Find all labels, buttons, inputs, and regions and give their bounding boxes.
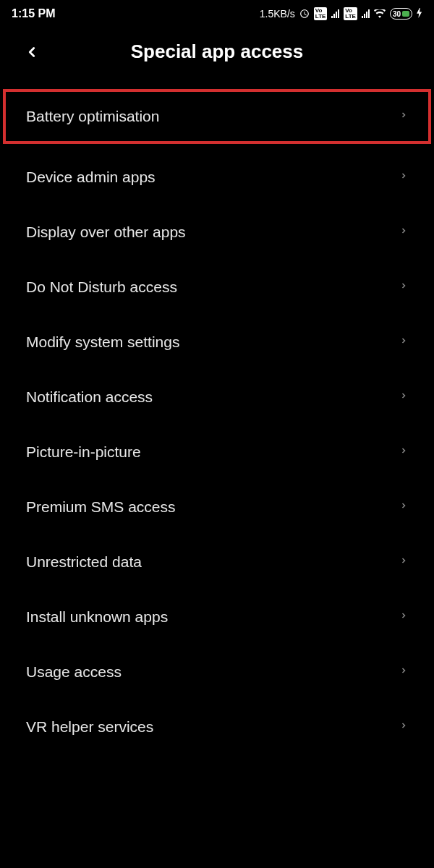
data-speed: 1.5KB/s — [260, 8, 295, 20]
item-label: Unrestricted data — [26, 553, 142, 571]
item-label: Battery optimisation — [26, 108, 159, 125]
item-label: Picture-in-picture — [26, 443, 141, 461]
item-battery-optimisation[interactable]: Battery optimisation — [3, 89, 431, 144]
chevron-right-icon — [399, 389, 408, 405]
item-unrestricted-data[interactable]: Unrestricted data — [3, 535, 431, 590]
header: Special app access — [0, 27, 434, 83]
item-label: Premium SMS access — [26, 498, 176, 516]
item-device-admin-apps[interactable]: Device admin apps — [3, 150, 431, 205]
wifi-icon — [374, 9, 386, 18]
alarm-icon — [299, 9, 310, 19]
volte-badge-2: VoLTE — [344, 7, 357, 20]
item-label: Device admin apps — [26, 169, 156, 186]
status-bar: 1:15 PM 1.5KB/s VoLTE VoLTE 30 — [0, 0, 434, 27]
item-usage-access[interactable]: Usage access — [3, 644, 431, 699]
item-premium-sms-access[interactable]: Premium SMS access — [3, 480, 431, 535]
volte-badge-1: VoLTE — [314, 7, 328, 20]
item-vr-helper-services[interactable]: VR helper services — [3, 699, 431, 754]
item-label: Display over other apps — [26, 224, 186, 241]
battery-icon: 30 — [390, 8, 412, 20]
chevron-right-icon — [399, 224, 408, 240]
item-label: Notification access — [26, 388, 153, 406]
signal-icon-2 — [362, 9, 370, 18]
chevron-right-icon — [399, 499, 408, 515]
page-title: Special app access — [12, 41, 422, 63]
item-label: Do Not Disturb access — [26, 278, 177, 296]
charging-icon — [417, 8, 422, 20]
battery-percent: 30 — [393, 10, 401, 18]
item-display-over-other-apps[interactable]: Display over other apps — [3, 205, 431, 260]
item-notification-access[interactable]: Notification access — [3, 370, 431, 425]
settings-list: Battery optimisation Device admin apps D… — [0, 89, 434, 754]
item-label: VR helper services — [26, 718, 153, 736]
chevron-right-icon — [399, 664, 408, 680]
item-picture-in-picture[interactable]: Picture-in-picture — [3, 425, 431, 480]
item-label: Usage access — [26, 663, 122, 681]
item-do-not-disturb-access[interactable]: Do Not Disturb access — [3, 260, 431, 315]
chevron-right-icon — [399, 719, 408, 735]
back-button[interactable] — [20, 41, 43, 64]
item-modify-system-settings[interactable]: Modify system settings — [3, 315, 431, 370]
status-indicators: 1.5KB/s VoLTE VoLTE 30 — [260, 7, 422, 20]
chevron-right-icon — [399, 444, 408, 460]
status-time: 1:15 PM — [12, 7, 55, 20]
signal-icon-1 — [331, 9, 339, 18]
item-label: Install unknown apps — [26, 608, 168, 626]
item-label: Modify system settings — [26, 333, 179, 351]
chevron-right-icon — [399, 609, 408, 625]
chevron-right-icon — [399, 109, 408, 124]
chevron-right-icon — [399, 169, 408, 185]
chevron-right-icon — [399, 334, 408, 350]
chevron-right-icon — [399, 279, 408, 295]
chevron-right-icon — [399, 554, 408, 570]
item-install-unknown-apps[interactable]: Install unknown apps — [3, 590, 431, 644]
